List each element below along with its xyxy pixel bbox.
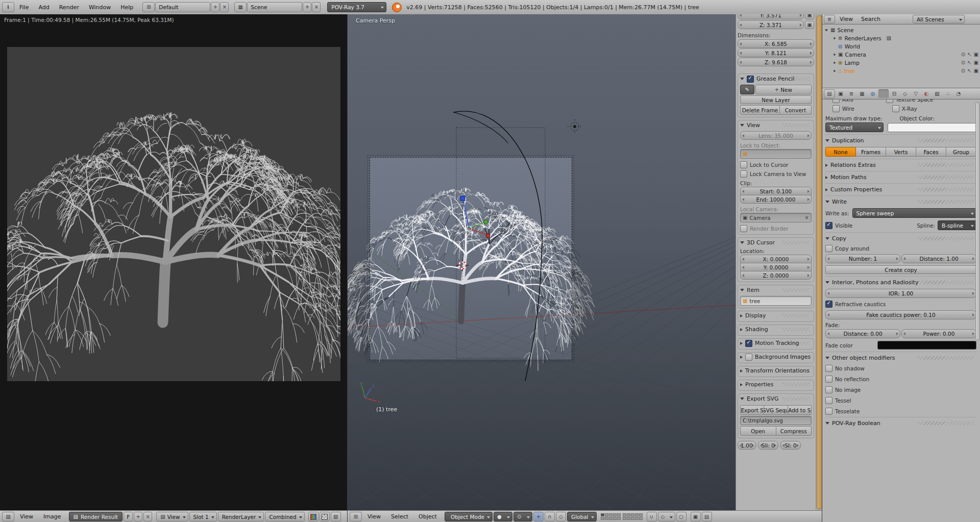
tab-physics[interactable]: ◔	[953, 89, 964, 98]
fake-caustics-power-field[interactable]: Fake caustics power: 0.10	[825, 310, 976, 319]
menu-view[interactable]: View	[363, 512, 385, 521]
screen-add-button[interactable]: +	[211, 2, 219, 12]
clip-end-field[interactable]: End: 1000.000	[740, 195, 812, 204]
screen-layout-selector[interactable]: Default	[155, 2, 210, 12]
render-pass-dropdown[interactable]: Combined	[265, 512, 304, 521]
panel-drag-stripes[interactable]	[782, 328, 810, 331]
texture-space-checkbox[interactable]	[886, 100, 893, 103]
location-z-field[interactable]: Z: 3.371	[738, 20, 804, 29]
layer-cell[interactable]	[605, 513, 608, 516]
layer-cell[interactable]	[639, 517, 643, 520]
menu-window[interactable]: Window	[84, 3, 115, 12]
panel-drag-stripes[interactable]	[782, 241, 810, 244]
restrict-select-icon[interactable]: ↖	[967, 52, 971, 57]
cursor-y-field[interactable]: Y: 0.0000	[740, 263, 812, 271]
grease-new-button[interactable]: +New	[755, 85, 812, 94]
hide-icon[interactable]: ⊙	[961, 68, 965, 73]
tab-material[interactable]: ◐	[921, 89, 932, 98]
disclosure-triangle[interactable]	[825, 29, 828, 31]
properties-scrollbar-thumb[interactable]	[975, 102, 980, 340]
duplication-panel-header[interactable]: Duplication	[825, 137, 976, 144]
menu-select[interactable]: Select	[386, 512, 413, 521]
layer-cell[interactable]	[613, 513, 617, 516]
editor-type-button[interactable]: ▨	[2, 512, 14, 521]
transform-orientations-panel-header[interactable]: Transform Orientations	[740, 367, 812, 375]
max-draw-type-dropdown[interactable]: Textured	[825, 122, 884, 132]
layer-cell[interactable]	[635, 517, 639, 520]
lock-to-cursor-checkbox[interactable]	[740, 161, 747, 168]
wire-checkbox[interactable]	[832, 105, 840, 112]
outliner-item-world[interactable]: ◍ World	[824, 42, 978, 51]
menu-image[interactable]: Image	[39, 512, 65, 521]
layers-widget[interactable]	[601, 513, 643, 520]
hide-icon[interactable]: ⊙	[961, 60, 965, 65]
unlink-image-button[interactable]: ×	[143, 512, 152, 521]
lock-object-field[interactable]: ▦	[740, 149, 812, 159]
lock-z-button[interactable]: ▣	[805, 21, 814, 29]
relations-extras-panel-header[interactable]: Relations Extras	[825, 161, 976, 169]
tab-modifiers[interactable]: ◇	[900, 89, 910, 98]
layer-cell[interactable]	[627, 513, 630, 516]
draw-channels-rgb-button[interactable]	[308, 512, 318, 521]
render-layer-dropdown[interactable]: RenderLayer	[218, 512, 264, 521]
layer-cell[interactable]	[613, 517, 617, 520]
editor-type-button[interactable]: ℹ	[2, 2, 14, 12]
transform-orientation-dropdown[interactable]: Global	[567, 512, 597, 521]
viewport-region[interactable]: x y z Camera Persp (1) tree Y: 3.571 ▣ Z…	[347, 14, 822, 510]
grease-pencil-panel-header[interactable]: Grease Pencil	[740, 75, 812, 83]
manipulator-translate-button[interactable]: +	[533, 512, 544, 521]
panel-drag-stripes[interactable]	[917, 163, 974, 167]
export-svg-panel-header[interactable]: Export SVG	[740, 395, 812, 403]
spline-dropdown[interactable]: B-spline	[938, 220, 976, 230]
tesselate-checkbox[interactable]	[825, 408, 832, 415]
render-slot-dropdown[interactable]: Slot 1	[189, 512, 217, 521]
cursor-panel-header[interactable]: 3D Cursor	[740, 239, 812, 246]
clip-start-field[interactable]: Start: 0.100	[740, 187, 812, 195]
xray-checkbox[interactable]	[892, 105, 899, 112]
povray-boolean-panel-header[interactable]: POV-Ray Boolean	[825, 419, 976, 427]
outliner-item-scene[interactable]: ▦ Scene	[824, 26, 978, 34]
panel-drag-stripes[interactable]	[917, 139, 974, 142]
editor-type-button[interactable]: ≣	[824, 15, 835, 23]
pivot-point-dropdown[interactable]: ⊙	[513, 512, 532, 521]
layer-cell[interactable]	[617, 513, 621, 516]
dimension-z-field[interactable]: Z: 9.618	[738, 58, 814, 66]
lock-camera-checkbox[interactable]	[740, 170, 747, 178]
outliner-item-lamp[interactable]: ◉ Lamp ⊙ ↖ ▣	[824, 59, 978, 67]
render-border-checkbox[interactable]	[740, 225, 747, 232]
fade-color-swatch[interactable]	[877, 341, 976, 350]
duplication-frames-button[interactable]: Frames	[856, 147, 886, 157]
si-field[interactable]: SI: 0	[780, 441, 801, 450]
render-opengl-button[interactable]: ▣	[691, 512, 701, 521]
tab-particles[interactable]: ∴	[943, 89, 953, 98]
scene-add-button[interactable]: +	[303, 2, 311, 12]
no-reflection-checkbox[interactable]	[825, 376, 832, 383]
no-shadow-checkbox[interactable]	[825, 365, 832, 372]
scene-delete-button[interactable]: ×	[312, 2, 321, 12]
export-svg-button[interactable]: Export S	[740, 405, 764, 415]
disclosure-triangle[interactable]	[834, 70, 836, 72]
layer-cell[interactable]	[605, 517, 608, 520]
tab-render-layers[interactable]: ≣	[846, 89, 856, 98]
restrict-render-icon[interactable]: ▣	[974, 68, 978, 73]
motion-tracking-panel-header[interactable]: Motion Tracking	[740, 339, 812, 347]
ior-field[interactable]: IOR: 1.00	[825, 289, 976, 298]
manipulator-scale-button[interactable]: ◇	[556, 512, 566, 521]
tessel-checkbox[interactable]	[825, 397, 832, 404]
open-button[interactable]: Open	[740, 426, 776, 436]
manipulator-rotate-button[interactable]: ∩	[545, 512, 555, 521]
duplication-verts-button[interactable]: Verts	[886, 147, 916, 157]
restrict-render-icon[interactable]: ▣	[974, 60, 978, 65]
close-icon[interactable]: ×	[805, 215, 809, 220]
layer-cell[interactable]	[601, 513, 604, 516]
menu-help[interactable]: Help	[116, 3, 138, 12]
proportional-edit-button[interactable]: ○	[676, 512, 687, 521]
panel-drag-stripes[interactable]	[917, 188, 974, 191]
tab-scene[interactable]: ▦	[857, 89, 867, 98]
restrict-select-icon[interactable]: ↖	[967, 68, 971, 73]
scene-icon-button[interactable]: ▦	[234, 2, 247, 12]
editor-type-button[interactable]: ⊞	[350, 512, 362, 521]
menu-object[interactable]: Object	[414, 512, 442, 521]
layer-cell[interactable]	[601, 517, 604, 520]
panel-drag-stripes[interactable]	[917, 356, 974, 360]
